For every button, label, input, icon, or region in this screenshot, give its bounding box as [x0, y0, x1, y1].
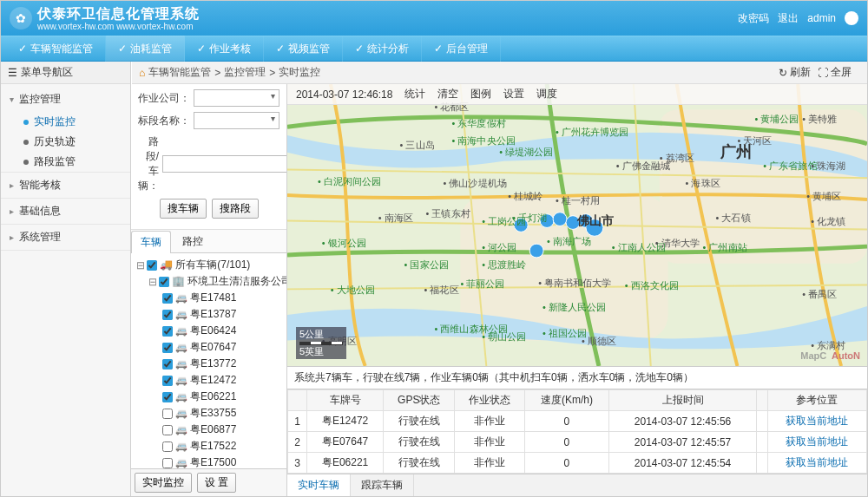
refresh-button[interactable]: ↻ 刷新 — [779, 65, 811, 80]
setting-button[interactable]: 设 置 — [197, 473, 236, 493]
grid-header: 上报时间 — [609, 390, 757, 411]
map-tool-button[interactable]: 设置 — [503, 88, 524, 100]
table-row[interactable]: 1粤E12472行驶在线非作业02014-03-07 12:45:56获取当前地… — [288, 411, 867, 432]
tree-vehicle[interactable]: 🚐 粤E06877 — [136, 422, 283, 438]
nav-item[interactable]: ✓视频监管 — [264, 36, 343, 62]
change-password-link[interactable]: 改密码 — [738, 11, 769, 26]
tree-vehicle[interactable]: 🚐 粤E12472 — [136, 372, 283, 389]
map[interactable]: 2014-03-07 12:46:18 统计清空图例设置调度 — [287, 84, 867, 366]
fullscreen-button[interactable]: ⛶ 全屏 — [818, 65, 852, 80]
search-vehicle-button[interactable]: 搜车辆 — [160, 199, 207, 219]
home-icon[interactable]: ⌂ — [139, 67, 145, 79]
map-place-label: • 千灯湖 — [512, 213, 547, 223]
bottom-tab-realtime[interactable]: 实时车辆 — [287, 474, 351, 496]
search-route-button[interactable]: 搜路段 — [212, 199, 259, 219]
map-place-label: • 桂一村用 — [556, 195, 600, 206]
company-select[interactable] — [194, 89, 279, 107]
tree-vehicle[interactable]: 🚐 粤E33755 — [136, 405, 283, 422]
chevron-icon: ▾ — [10, 95, 14, 104]
map-place-label: • 广州花卉博览园 — [556, 127, 628, 137]
section-select[interactable] — [194, 112, 279, 129]
map-place-label: • 东满村 — [811, 340, 845, 350]
realtime-button[interactable]: 实时监控 — [135, 473, 192, 493]
tree-vehicle[interactable]: 🚐 粤E13787 — [136, 306, 283, 323]
get-address-link[interactable]: 获取当前地址 — [786, 456, 848, 468]
grid-header — [288, 390, 307, 411]
sidebar-section[interactable]: ▸ 系统管理 — [1, 225, 130, 250]
table-row[interactable]: 3粤E06221行驶在线非作业02014-03-07 12:45:54获取当前地… — [288, 453, 867, 474]
avatar-icon[interactable] — [845, 11, 858, 25]
check-icon: ✓ — [118, 43, 127, 55]
car-icon: 🚐 — [175, 408, 187, 419]
map-tool-button[interactable]: 调度 — [536, 88, 557, 100]
car-icon: 🚐 — [175, 358, 187, 369]
map-place-label: • 新隆人民公园 — [542, 302, 606, 312]
car-icon: 🚐 — [175, 457, 187, 468]
get-address-link[interactable]: 获取当前地址 — [786, 435, 848, 448]
route-input[interactable] — [162, 155, 287, 173]
nav-item[interactable]: ✓车辆智能监管 — [6, 36, 106, 62]
map-place-label: • 银河公园 — [322, 238, 366, 248]
map-credit: MapC AutoN — [800, 350, 860, 361]
breadcrumb-item[interactable]: 车辆智能监管 — [148, 65, 211, 80]
table-row[interactable]: 2粤E07647行驶在线非作业02014-03-07 12:45:57获取当前地… — [288, 432, 867, 453]
car-icon: 🚐 — [175, 325, 187, 337]
app-title: 伏泰环卫信息化管理系统 — [37, 6, 200, 21]
map-tool-button[interactable]: 图例 — [470, 88, 491, 100]
map-place-label: • 美特雅 — [802, 114, 837, 124]
map-tool-button[interactable]: 统计 — [404, 88, 425, 100]
map-tool-button[interactable]: 清空 — [437, 88, 458, 100]
nav-item[interactable]: ✓统计分析 — [343, 36, 422, 62]
map-place-label: • 王镇东村 — [426, 208, 470, 219]
tree-vehicle[interactable]: 🚐 粤E17481 — [136, 290, 283, 306]
map-place-label: • 清华大学 — [655, 238, 700, 248]
tree-vehicle[interactable]: 🚐 粤E07647 — [136, 339, 283, 356]
tree-vehicle[interactable]: 🚐 粤E17500 — [136, 454, 283, 468]
dot-icon — [23, 140, 29, 145]
car-icon: 🚐 — [175, 342, 187, 353]
sidebar-section[interactable]: ▸ 智能考核 — [1, 173, 130, 198]
grid-header: 作业状态 — [455, 390, 524, 411]
map-place-label: • 桂城岭 — [508, 191, 542, 201]
sidebar-item[interactable]: 历史轨迹 — [23, 132, 130, 152]
nav-item[interactable]: ✓油耗监管 — [106, 36, 185, 62]
top-nav: ✓车辆智能监管✓油耗监管✓作业考核✓视频监管✓统计分析✓后台管理 — [1, 36, 867, 62]
map-place-label: • 广佛金融城 — [616, 161, 670, 172]
map-toolbar: 2014-03-07 12:46:18 统计清空图例设置调度 — [287, 84, 867, 105]
sidebar-item[interactable]: 实时监控 — [23, 112, 130, 132]
chevron-icon: ▸ — [10, 206, 14, 216]
sidebar-section[interactable]: ▾ 监控管理 — [1, 87, 130, 112]
breadcrumb-item[interactable]: 监控管理 — [224, 65, 266, 80]
sidebar-item[interactable]: 路段监管 — [23, 152, 130, 172]
tree-root[interactable]: ⊟ 🚚 所有车辆(7/101) — [136, 257, 283, 273]
tree-vehicle[interactable]: 🚐 粤E17522 — [136, 438, 283, 454]
get-address-link[interactable]: 获取当前地址 — [786, 415, 848, 427]
tab-vehicle[interactable]: 车辆 — [131, 231, 171, 253]
map-place-label: • 粤南书和佰大学 — [538, 278, 611, 288]
bottom-tab-track[interactable]: 跟踪车辆 — [351, 474, 414, 496]
sidebar-header: ☰ 菜单导航区 — [1, 62, 130, 84]
check-icon: ✓ — [355, 43, 364, 55]
grid-header: GPS状态 — [384, 390, 455, 411]
status-line: 系统共7辆车，行驶在线7辆，作业车辆0辆（其中机扫车0辆，洒水车0辆，洗地车0辆… — [287, 366, 867, 389]
tree-vehicle[interactable]: 🚐 粤E06221 — [136, 389, 283, 405]
map-place-label: • 天河区 — [737, 135, 772, 146]
grid-header: 参考位置 — [767, 390, 866, 411]
company-label: 作业公司： — [138, 91, 190, 106]
map-place-label: • 大地公园 — [331, 284, 375, 295]
logout-link[interactable]: 退出 — [778, 11, 799, 26]
nav-item[interactable]: ✓作业考核 — [185, 36, 264, 62]
tab-route[interactable]: 路控 — [173, 230, 213, 252]
map-place-label: • 绿堤湖公园 — [499, 147, 553, 157]
car-icon: 🚐 — [175, 391, 187, 402]
vehicle-tree[interactable]: ⊟ 🚚 所有车辆(7/101)⊟ 🏢 环境卫生清洁服务公司(7 🚐 粤E1748… — [131, 253, 286, 468]
nav-item[interactable]: ✓后台管理 — [422, 36, 501, 62]
tree-company[interactable]: ⊟ 🏢 环境卫生清洁服务公司(7 — [136, 273, 283, 290]
tree-vehicle[interactable]: 🚐 粤E06424 — [136, 323, 283, 339]
map-place-label: • 番禺区 — [802, 289, 837, 299]
tree-vehicle[interactable]: 🚐 粤E13772 — [136, 356, 283, 372]
svg-point-9 — [529, 244, 543, 258]
map-place-label: • 大石镇 — [716, 213, 751, 223]
sidebar-section[interactable]: ▸ 基础信息 — [1, 199, 130, 224]
map-place-label: • 福花区 — [424, 284, 459, 295]
